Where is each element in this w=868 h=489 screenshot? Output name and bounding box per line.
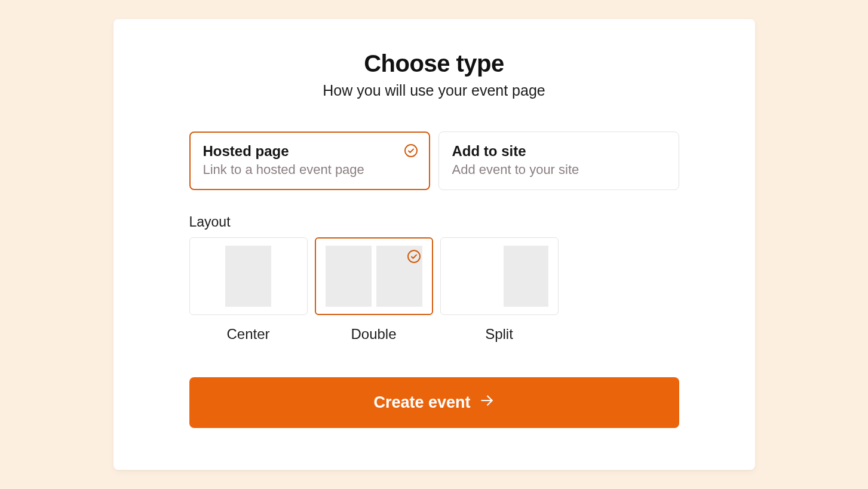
layout-thumb bbox=[225, 246, 271, 307]
layout-item-center: Center bbox=[189, 237, 308, 343]
type-option-desc: Link to a hosted event page bbox=[203, 162, 416, 178]
layout-section-label: Layout bbox=[189, 214, 679, 230]
svg-point-1 bbox=[408, 250, 420, 262]
create-event-button[interactable]: Create event bbox=[189, 377, 679, 428]
type-option-add-to-site[interactable]: Add to site Add event to your site bbox=[438, 132, 679, 190]
layout-option-double[interactable] bbox=[315, 237, 433, 315]
layout-item-split: Split bbox=[440, 237, 559, 343]
layout-option-label: Center bbox=[226, 326, 269, 343]
layout-option-label: Split bbox=[485, 326, 513, 343]
layout-thumb bbox=[504, 246, 548, 307]
type-option-title: Hosted page bbox=[203, 143, 416, 160]
page-title: Choose type bbox=[364, 50, 504, 77]
cta-label: Create event bbox=[373, 393, 470, 412]
choose-type-card: Choose type How you will use your event … bbox=[114, 19, 755, 470]
layout-option-split[interactable] bbox=[440, 237, 559, 315]
type-option-desc: Add event to your site bbox=[452, 162, 665, 178]
layout-option-center[interactable] bbox=[189, 237, 308, 315]
layout-item-double: Double bbox=[315, 237, 433, 343]
check-circle-icon bbox=[404, 143, 418, 158]
type-option-hosted-page[interactable]: Hosted page Link to a hosted event page bbox=[189, 132, 430, 190]
arrow-right-icon bbox=[479, 393, 495, 412]
page-subtitle: How you will use your event page bbox=[323, 82, 545, 99]
check-circle-icon bbox=[407, 249, 421, 264]
layout-options-row: Center Double Split bbox=[189, 237, 679, 343]
layout-thumb bbox=[326, 246, 372, 307]
type-option-title: Add to site bbox=[452, 143, 665, 160]
svg-point-0 bbox=[405, 145, 417, 157]
type-options-row: Hosted page Link to a hosted event page … bbox=[189, 132, 679, 190]
layout-option-label: Double bbox=[351, 326, 396, 343]
